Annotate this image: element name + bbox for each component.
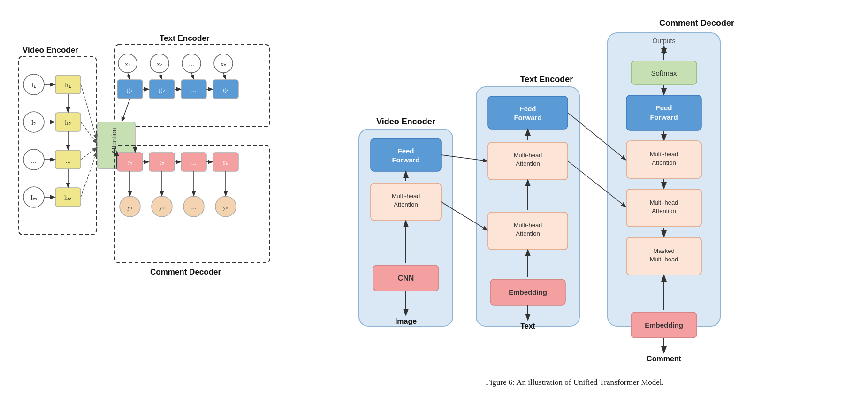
svg-text:g₁: g₁ [127, 86, 133, 93]
svg-text:Multi-head: Multi-head [650, 199, 678, 206]
svg-text:Attention: Attention [652, 159, 676, 166]
svg-text:Comment: Comment [647, 355, 681, 363]
comment-decoder-title: Comment Decoder [659, 18, 734, 28]
svg-text:Embedding: Embedding [645, 321, 683, 329]
svg-text:x₁: x₁ [125, 61, 130, 68]
svg-line-81 [116, 152, 117, 169]
svg-text:Forward: Forward [650, 113, 678, 121]
text-encoder-title: Text Encoder [520, 75, 573, 84]
svg-line-42 [160, 73, 162, 79]
svg-line-76 [81, 122, 97, 143]
svg-line-75 [81, 84, 97, 138]
svg-text:hₘ: hₘ [64, 194, 72, 201]
text-encoder-label-left: Text Encoder [160, 34, 210, 43]
svg-rect-83 [371, 138, 441, 171]
svg-text:...: ... [191, 203, 196, 211]
svg-line-80 [122, 99, 130, 121]
svg-text:...: ... [191, 86, 196, 93]
svg-text:Image: Image [395, 317, 417, 325]
svg-text:Embedding: Embedding [509, 288, 547, 296]
svg-text:Outputs: Outputs [652, 37, 675, 45]
svg-text:Attention: Attention [516, 230, 540, 237]
left-svg: Video Encoder I₁ I₂ ... Iₘ h₁ h₂ ... [14, 19, 277, 404]
svg-text:gₙ: gₙ [223, 86, 229, 93]
figure-caption: Figure 6: An illustration of Unified Tra… [486, 378, 664, 387]
svg-text:yₖ: yₖ [223, 204, 229, 211]
svg-text:CNN: CNN [398, 274, 414, 282]
svg-line-44 [223, 73, 226, 79]
svg-line-41 [128, 73, 130, 79]
svg-text:Multi-head: Multi-head [514, 152, 542, 159]
svg-line-43 [191, 73, 194, 79]
svg-text:I₂: I₂ [31, 119, 37, 126]
svg-text:Softmax: Softmax [651, 69, 677, 77]
svg-text:Text: Text [520, 322, 535, 330]
svg-line-77 [81, 148, 97, 160]
svg-text:...: ... [65, 156, 71, 164]
svg-text:I₁: I₁ [31, 82, 37, 89]
svg-text:Multi-head: Multi-head [514, 222, 542, 229]
svg-text:...: ... [189, 60, 194, 68]
left-diagram: Video Encoder I₁ I₂ ... Iₘ h₁ h₂ ... [14, 9, 277, 404]
svg-text:Masked: Masked [653, 247, 675, 254]
svg-text:y₁: y₁ [127, 204, 133, 211]
svg-text:y₂: y₂ [159, 204, 165, 211]
comment-decoder-label-left: Comment Decoder [150, 268, 221, 276]
svg-text:Multi-head: Multi-head [392, 192, 420, 199]
svg-text:Forward: Forward [514, 114, 541, 122]
main-container: Video Encoder I₁ I₂ ... Iₘ h₁ h₂ ... [0, 0, 868, 413]
svg-text:Attention: Attention [516, 160, 540, 167]
svg-text:sₖ: sₖ [223, 159, 228, 166]
right-diagram: Comment Decoder Text Encoder Video Encod… [296, 9, 854, 404]
svg-text:Attention: Attention [394, 201, 418, 208]
svg-text:xₙ: xₙ [221, 61, 226, 68]
svg-text:g₂: g₂ [159, 86, 165, 93]
svg-text:Feed: Feed [397, 147, 414, 155]
svg-line-78 [81, 153, 97, 197]
svg-text:s₁: s₁ [127, 159, 132, 166]
svg-text:...: ... [191, 159, 196, 166]
svg-text:Multi-head: Multi-head [650, 256, 678, 263]
svg-text:h₁: h₁ [65, 82, 71, 89]
svg-text:x₂: x₂ [157, 61, 162, 68]
svg-text:h₂: h₂ [65, 119, 71, 126]
svg-text:Forward: Forward [392, 156, 419, 164]
svg-text:Feed: Feed [655, 104, 672, 112]
svg-text:Attention: Attention [110, 128, 118, 153]
svg-text:Iₘ: Iₘ [30, 194, 37, 201]
svg-rect-96 [488, 96, 568, 129]
svg-text:...: ... [31, 156, 37, 164]
svg-text:Attention: Attention [652, 207, 676, 214]
svg-text:Multi-head: Multi-head [650, 151, 678, 158]
svg-text:Feed: Feed [519, 105, 536, 113]
right-svg: Comment Decoder Text Encoder Video Encod… [296, 9, 854, 394]
video-encoder-label: Video Encoder [23, 46, 78, 54]
svg-text:s₂: s₂ [159, 159, 164, 166]
video-encoder-title: Video Encoder [376, 117, 435, 126]
